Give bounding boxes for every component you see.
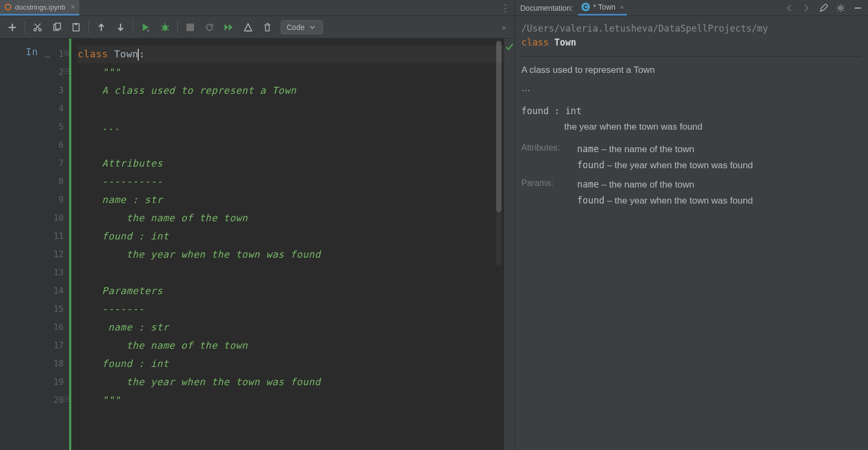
line-number: 14 [0, 282, 69, 300]
svg-point-13 [840, 6, 842, 9]
svg-point-2 [34, 28, 36, 31]
code-line: name : str [78, 318, 504, 336]
move-up-button[interactable] [92, 18, 110, 36]
code-line: """ [78, 391, 504, 409]
line-number: 16 [0, 318, 69, 336]
cell-type-value: Code [287, 23, 304, 32]
documentation-actions [784, 3, 863, 13]
close-tab-icon[interactable]: × [71, 3, 75, 11]
separator [177, 21, 178, 34]
svg-point-8 [163, 25, 168, 31]
documentation-field-signature: found : int [521, 104, 862, 118]
cell-type-dropdown[interactable]: Code [281, 20, 323, 34]
attributes-section-body: name – the name of the town found – the … [577, 141, 862, 174]
gear-icon[interactable] [836, 3, 845, 13]
line-number: 13 [0, 264, 69, 282]
fold-icon[interactable] [64, 396, 70, 403]
toolbar-overflow-icon[interactable]: » [496, 23, 511, 32]
line-number-gutter: 1 2 3 4 5 6 7 8 9 10 11 12 13 14 15 16 1… [0, 39, 71, 450]
add-cell-button[interactable] [3, 18, 21, 36]
code-line: the name of the town [78, 336, 504, 355]
nav-back-icon[interactable] [784, 3, 794, 13]
copy-button[interactable] [48, 18, 66, 36]
documentation-tab[interactable]: C * Town × [578, 0, 627, 16]
clear-outputs-button[interactable] [239, 18, 257, 36]
documentation-tab-label: * Town [593, 3, 616, 11]
param-row: found – the year when the town was found [577, 193, 862, 209]
nav-forward-icon[interactable] [802, 3, 811, 13]
debug-cell-button[interactable] [156, 18, 174, 36]
documentation-ellipsis: … [521, 81, 862, 95]
code-line [78, 136, 504, 154]
line-number: 4 [0, 100, 69, 118]
line-number: 11 [0, 227, 69, 245]
svg-point-1 [9, 4, 11, 6]
code-line [78, 264, 504, 282]
code-line: class Town: [78, 45, 504, 63]
params-section-label: Params: [521, 177, 575, 209]
run-all-button[interactable] [220, 18, 238, 36]
svg-point-3 [39, 28, 41, 31]
code-line: ... [78, 118, 504, 136]
edit-doc-icon[interactable] [819, 3, 828, 13]
code-line: Parameters [78, 282, 504, 300]
line-number: 12 [0, 245, 69, 264]
close-doc-tab-icon[interactable]: × [620, 3, 624, 11]
documentation-title: Documentation: [520, 4, 573, 12]
editor-tab-active[interactable]: docstrings.ipynb × [0, 0, 79, 16]
notebook-toolbar: Code » [0, 16, 514, 39]
svg-rect-7 [75, 23, 78, 25]
line-number: 15 [0, 300, 69, 318]
line-number: 17 [0, 336, 69, 355]
line-number: 2 [0, 63, 69, 81]
documentation-source-path: /Users/valeria.letusheva/DataSpellProjec… [521, 21, 862, 35]
code-line: ------- [78, 300, 504, 318]
code-editor[interactable]: In _ 1 2 3 4 5 6 7 8 9 10 11 12 13 14 15… [0, 39, 514, 450]
line-number: 20 [0, 391, 69, 409]
attributes-section-label: Attributes: [521, 141, 575, 174]
move-down-button[interactable] [111, 18, 130, 36]
restart-button[interactable] [200, 18, 219, 36]
documentation-summary: A class used to represent a Town [521, 63, 862, 77]
stop-button[interactable] [181, 18, 199, 36]
code-line: """ [78, 63, 504, 81]
fold-icon[interactable] [64, 69, 70, 75]
param-row: name – the name of the town [577, 177, 862, 193]
run-cell-button[interactable] [137, 18, 155, 36]
editor-annotations-gutter [504, 39, 514, 450]
line-number: 5 [0, 118, 69, 136]
documentation-panel: Documentation: C * Town × /Users/valeria… [514, 0, 868, 450]
minimize-icon[interactable] [853, 3, 863, 13]
editor-tab-filename: docstrings.ipynb [15, 3, 65, 11]
documentation-class-signature: class Town [521, 35, 862, 49]
cell-in-label: In _ [26, 46, 51, 57]
line-number: 8 [0, 172, 69, 191]
line-number: 3 [0, 81, 69, 100]
svg-rect-9 [186, 24, 194, 31]
scrollbar-thumb[interactable] [496, 41, 502, 212]
code-line: A class used to represent a Town [78, 81, 504, 100]
code-line: name : str [78, 191, 504, 209]
code-line: the year when the town was found [78, 245, 504, 264]
attribute-row: found – the year when the town was found [577, 158, 862, 174]
divider [521, 56, 862, 57]
line-number: 19 [0, 373, 69, 391]
code-line: the year when the town was found [78, 373, 504, 391]
separator [88, 21, 89, 34]
inspection-ok-icon[interactable] [505, 43, 513, 51]
code-area[interactable]: class Town: """ A class used to represen… [71, 39, 504, 450]
line-number: 9 [0, 191, 69, 209]
code-line: found : int [78, 227, 504, 245]
delete-cell-button[interactable] [258, 18, 276, 36]
fold-icon[interactable] [64, 50, 70, 57]
code-line [78, 100, 504, 118]
separator [25, 21, 25, 34]
separator [133, 21, 133, 34]
paste-button[interactable] [67, 18, 85, 36]
editor-panel: docstrings.ipynb × ⋮ [0, 0, 514, 450]
tab-overflow-icon[interactable]: ⋮ [495, 2, 514, 14]
documentation-body: /Users/valeria.letusheva/DataSpellProjec… [515, 16, 868, 214]
editor-scrollbar[interactable] [496, 41, 502, 266]
line-number: 7 [0, 154, 69, 172]
cut-button[interactable] [28, 18, 47, 36]
